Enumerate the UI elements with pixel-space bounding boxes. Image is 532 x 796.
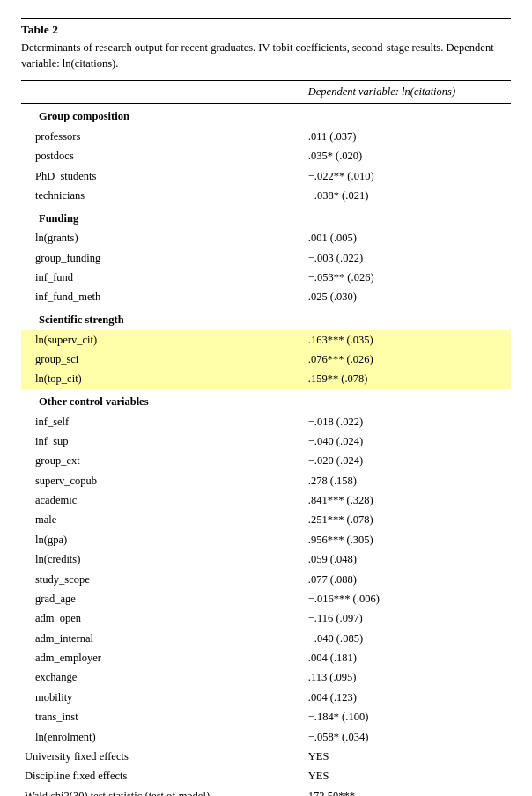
- table-row: ln(top_cit).159** (.078): [21, 370, 511, 389]
- row-label: group_funding: [21, 248, 291, 268]
- row-label: inf_self: [21, 412, 291, 431]
- row-label: ln(top_cit): [21, 370, 291, 389]
- table-row: inf_self−.018 (.022): [21, 412, 511, 431]
- table-row: postdocs.035* (.020): [21, 147, 511, 166]
- row-value: .004 (.181): [291, 649, 511, 668]
- table-row: mobility.004 (.123): [21, 688, 511, 707]
- row-value: .004 (.123): [291, 688, 511, 707]
- column-header-empty: [21, 81, 291, 104]
- row-value: .956*** (.305): [291, 530, 511, 549]
- row-value: .011 (.037): [291, 127, 511, 146]
- row-value: .159** (.078): [291, 370, 511, 389]
- table-row: study_scope.077 (.088): [21, 570, 511, 589]
- row-value: .163*** (.035): [291, 330, 511, 350]
- table-row: adm_open−.116 (.097): [21, 609, 511, 629]
- table-row: adm_internal−.040 (.085): [21, 629, 511, 648]
- stat-label: Discipline fixed effects: [21, 767, 291, 786]
- table-row: inf_fund_meth.025 (.030): [21, 288, 511, 307]
- row-value: −.184* (.100): [291, 708, 511, 727]
- stat-value: YES: [291, 767, 511, 786]
- dep-var-header: Dependent variable: ln(citations): [291, 81, 511, 104]
- stat-label: Wald chi2(30) test statistic (test of mo…: [21, 786, 291, 796]
- row-label: group_ext: [21, 452, 291, 471]
- row-label: study_scope: [21, 570, 291, 589]
- table-row: ln(gpa).956*** (.305): [21, 530, 511, 549]
- table-row: group_sci.076*** (.026): [21, 350, 511, 369]
- row-label: inf_fund: [21, 268, 291, 287]
- row-value: .025 (.030): [291, 288, 511, 307]
- row-label: academic: [21, 491, 291, 511]
- row-label: ln(credits): [21, 550, 291, 570]
- table-row: inf_sup−.040 (.024): [21, 431, 511, 451]
- table-row: technicians−.038* (.021): [21, 186, 511, 205]
- table-row: grad_age−.016*** (.006): [21, 589, 511, 608]
- row-value: .076*** (.026): [291, 350, 511, 369]
- row-value: .077 (.088): [291, 570, 511, 589]
- table-row: trans_inst−.184* (.100): [21, 708, 511, 727]
- row-label: mobility: [21, 688, 291, 707]
- row-label: inf_fund_meth: [21, 288, 291, 307]
- row-value: −.018 (.022): [291, 412, 511, 431]
- table-row: group_ext−.020 (.024): [21, 452, 511, 471]
- table-row: professors.011 (.037): [21, 127, 511, 146]
- row-value: .035* (.020): [291, 147, 511, 166]
- row-value: −.116 (.097): [291, 609, 511, 629]
- row-value: −.022** (.010): [291, 166, 511, 186]
- table-row: ln(grants).001 (.005): [21, 229, 511, 248]
- section-label: Group composition: [21, 104, 511, 127]
- row-value: −.016*** (.006): [291, 589, 511, 608]
- row-value: −.040 (.085): [291, 629, 511, 648]
- row-label: adm_internal: [21, 629, 291, 648]
- table-container: Table 2 Determinants of research output …: [21, 18, 511, 796]
- section-label: Scientific strength: [21, 307, 511, 330]
- table-row: PhD_students−.022** (.010): [21, 166, 511, 186]
- row-label: ln(grants): [21, 229, 291, 248]
- row-value: .251*** (.078): [291, 511, 511, 530]
- row-label: professors: [21, 127, 291, 146]
- row-value: .841*** (.328): [291, 491, 511, 511]
- table-row: superv_copub.278 (.158): [21, 471, 511, 490]
- row-value: −.020 (.024): [291, 452, 511, 471]
- row-value: −.040 (.024): [291, 431, 511, 451]
- row-value: −.053** (.026): [291, 268, 511, 287]
- row-label: superv_copub: [21, 471, 291, 490]
- row-value: −.003 (.022): [291, 248, 511, 268]
- row-label: technicians: [21, 186, 291, 205]
- row-label: group_sci: [21, 350, 291, 369]
- table-row: male.251*** (.078): [21, 511, 511, 530]
- row-label: male: [21, 511, 291, 530]
- stat-row: University fixed effectsYES: [21, 747, 511, 766]
- section-header-funding: Funding: [21, 206, 511, 229]
- table-row: group_funding−.003 (.022): [21, 248, 511, 268]
- stat-row: Wald chi2(30) test statistic (test of mo…: [21, 786, 511, 796]
- row-label: trans_inst: [21, 708, 291, 727]
- row-value: −.058* (.034): [291, 727, 511, 747]
- table-title: Table 2: [21, 23, 511, 37]
- row-label: ln(superv_cit): [21, 330, 291, 350]
- row-label: PhD_students: [21, 166, 291, 186]
- section-label: Funding: [21, 206, 511, 229]
- row-value: .001 (.005): [291, 229, 511, 248]
- table-row: exchange.113 (.095): [21, 668, 511, 688]
- row-label: adm_employer: [21, 649, 291, 668]
- row-value: .278 (.158): [291, 471, 511, 490]
- row-label: ln(enrolment): [21, 727, 291, 747]
- row-label: inf_sup: [21, 431, 291, 451]
- table-row: inf_fund−.053** (.026): [21, 268, 511, 287]
- stat-value: YES: [291, 747, 511, 766]
- section-header-scientific-strength: Scientific strength: [21, 307, 511, 330]
- table-caption: Determinants of research output for rece…: [21, 41, 511, 71]
- row-label: ln(gpa): [21, 530, 291, 549]
- table-row: ln(enrolment)−.058* (.034): [21, 727, 511, 747]
- stat-value: 172.50***: [291, 786, 511, 796]
- section-header-other-controls: Other control variables: [21, 389, 511, 412]
- stat-row: Discipline fixed effectsYES: [21, 767, 511, 786]
- row-label: adm_open: [21, 609, 291, 629]
- table-row: ln(superv_cit).163*** (.035): [21, 330, 511, 350]
- table-row: adm_employer.004 (.181): [21, 649, 511, 668]
- row-value: .059 (.048): [291, 550, 511, 570]
- section-header-group-composition: Group composition: [21, 104, 511, 127]
- section-label: Other control variables: [21, 389, 511, 412]
- table-row: ln(credits).059 (.048): [21, 550, 511, 570]
- row-label: postdocs: [21, 147, 291, 166]
